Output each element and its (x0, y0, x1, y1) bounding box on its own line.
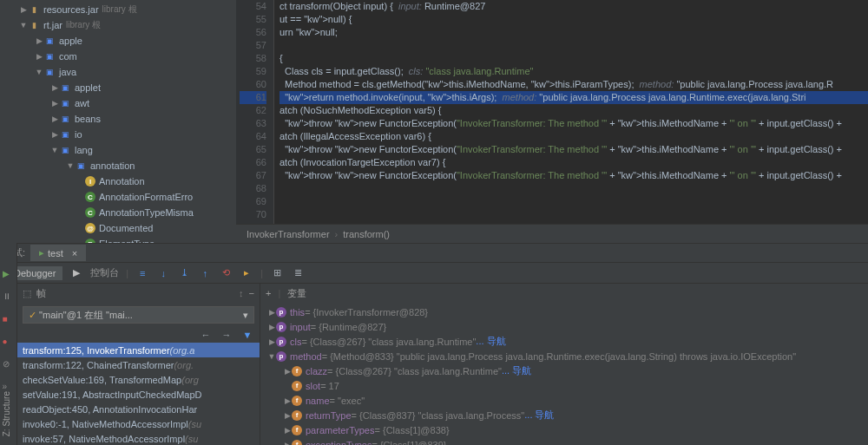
package-icon: ▣ (59, 128, 71, 141)
prev-frame-button[interactable]: ← (199, 328, 213, 342)
gutter[interactable]: 54555657585960616263646566676869707172 (236, 0, 274, 224)
variable-row[interactable]: ▶pthis = {InvokerTransformer@828} (260, 304, 868, 319)
jar-icon: ▮ (28, 3, 40, 16)
structure-tool[interactable]: Z: Structure (2, 391, 11, 436)
sort-icon[interactable]: ↕ (239, 288, 244, 298)
tree-jar[interactable]: ▼▮rt.jarlibrary 根 (0, 17, 236, 33)
step-into-button[interactable]: ↓ (156, 266, 170, 280)
stack-frame[interactable]: checkSetValue:169, TransformedMap (org (17, 372, 260, 387)
evaluate-button[interactable]: ⊞ (270, 266, 284, 280)
tree-pkg[interactable]: ▶▣apple (0, 33, 236, 49)
stack-frame[interactable]: invoke:57, NativeMethodAccessorImpl (su (17, 431, 260, 445)
view-breakpoints-button[interactable]: ● (3, 337, 15, 349)
frames-panel: ⬚帧↕− ✓ "main"@1 在组 "mai...▾ ← → ▼ transf… (17, 284, 260, 445)
package-icon: ▣ (59, 97, 71, 109)
thread-select[interactable]: ✓ "main"@1 在组 "mai...▾ (23, 306, 254, 324)
tree-pkg[interactable]: ▶▣awt (0, 95, 236, 111)
run-icon: ▸ (39, 247, 44, 258)
variable-row[interactable]: ▶fname = "exec" (260, 393, 868, 408)
variable-row[interactable]: ▶fclazz = {Class@267} "class java.lang.R… (260, 363, 868, 378)
tree-class[interactable]: CAnnotationFormatErro (0, 189, 236, 205)
stack-frame[interactable]: readObject:450, AnnotationInvocationHar (17, 402, 260, 416)
code-area[interactable]: ct transform(Object input) { input: Runt… (274, 0, 868, 224)
debug-tabs: 调试: ▸test× (0, 244, 868, 263)
tree-pkg[interactable]: ▼▣java (0, 64, 236, 80)
chevron-down-icon: ▾ (243, 310, 248, 321)
tree-class[interactable]: @Documented (0, 220, 236, 236)
variables-panel: +|变量 ▶pthis = {InvokerTransformer@828}▶p… (260, 284, 868, 445)
package-icon: ▣ (43, 35, 56, 47)
tree-class[interactable]: EElementType (0, 236, 236, 243)
tree-class[interactable]: IAnnotation (0, 173, 236, 189)
variable-row[interactable]: ▶fparameterTypes = {Class[1]@838} (260, 422, 868, 437)
annotation-icon: @ (85, 223, 95, 233)
console-button[interactable]: ▶ (69, 266, 83, 280)
code-editor[interactable]: 54555657585960616263646566676869707172 c… (236, 0, 868, 243)
console-tab[interactable]: 控制台 (90, 266, 119, 279)
stack-frame[interactable]: setValue:191, AbstractInputCheckedMapD (17, 387, 260, 402)
stack-frame[interactable]: transform:125, InvokerTransformer (org.a (17, 343, 260, 357)
variable-row[interactable]: ▶freturnType = {Class@837} "class java.l… (260, 408, 868, 422)
breadcrumb[interactable]: InvokerTransformer › transform() (236, 224, 868, 243)
tree-pkg[interactable]: ▶▣com (0, 49, 236, 64)
package-icon: ▣ (75, 160, 87, 172)
package-icon: ▣ (59, 113, 71, 125)
debug-toolbar: Debugger ▶ 控制台 | ≡ ↓ ⤓ ↑ ⟲ ▸ | ⊞ ≣ (0, 263, 868, 284)
breadcrumb-class[interactable]: InvokerTransformer (247, 229, 330, 239)
close-icon[interactable]: × (72, 248, 77, 258)
class-icon: C (85, 207, 95, 218)
tree-class[interactable]: CAnnotationTypeMisma (0, 205, 236, 220)
debug-tab-test[interactable]: ▸test× (30, 245, 86, 261)
variable-row[interactable]: ▶fexceptionTypes = {Class[1]@839} (260, 437, 868, 445)
frames-icon: ⬚ (23, 288, 31, 299)
pause-button[interactable]: ⏸ (3, 291, 15, 304)
tree-pkg[interactable]: ▶▣applet (0, 80, 236, 95)
frames-label: 帧 (36, 287, 46, 300)
variable-row[interactable]: ▼pmethod = {Method@833} "public java.lan… (260, 349, 868, 363)
run-to-cursor-button[interactable]: ▸ (240, 266, 253, 280)
variable-row[interactable]: fslot = 17 (260, 378, 868, 393)
step-out-button[interactable]: ↑ (198, 266, 212, 280)
package-icon: ▣ (59, 144, 71, 156)
tree-jar[interactable]: ▶▮resources.jarlibrary 根 (0, 2, 236, 17)
tree-pkg[interactable]: ▼▣annotation (0, 158, 236, 173)
tree-pkg[interactable]: ▶▣io (0, 127, 236, 142)
step-over-button[interactable]: ≡ (135, 266, 149, 280)
force-step-button[interactable]: ⤓ (177, 266, 191, 280)
stack-frame[interactable]: invoke0:-1, NativeMethodAccessorImpl (su (17, 416, 260, 431)
stack-frame[interactable]: transform:122, ChainedTransformer (org. (17, 357, 260, 372)
package-icon: ▣ (43, 50, 56, 62)
breadcrumb-method[interactable]: transform() (343, 229, 390, 239)
jar-icon: ▮ (28, 19, 40, 31)
filter-frames-button[interactable]: ▼ (240, 328, 254, 342)
variable-row[interactable]: ▶pinput = {Runtime@827} (260, 319, 868, 334)
add-watch-button[interactable]: + (266, 288, 271, 298)
tree-pkg[interactable]: ▼▣lang (0, 142, 236, 158)
vars-label: 变量 (287, 287, 306, 300)
interface-icon: I (85, 176, 95, 187)
next-frame-button[interactable]: → (220, 328, 233, 342)
minus-icon[interactable]: − (249, 288, 254, 298)
trace-button[interactable]: ≣ (291, 266, 305, 280)
project-tree[interactable]: ▶▮resources.jarlibrary 根 ▼▮rt.jarlibrary… (0, 0, 236, 243)
drop-frame-button[interactable]: ⟲ (219, 266, 233, 280)
stop-button[interactable]: ■ (3, 314, 15, 326)
debug-panel: 调试: ▸test× Debugger ▶ 控制台 | ≡ ↓ ⤓ ↑ ⟲ ▸ … (0, 243, 868, 445)
mute-breakpoints-button[interactable]: ⊘ (3, 359, 15, 371)
variable-row[interactable]: ▶pcls = {Class@267} "class java.lang.Run… (260, 334, 868, 349)
resume-button[interactable]: ▶ (3, 269, 15, 281)
package-icon: ▣ (43, 66, 56, 78)
package-icon: ▣ (59, 82, 71, 94)
class-icon: C (85, 192, 95, 202)
tree-pkg[interactable]: ▶▣beans (0, 111, 236, 127)
